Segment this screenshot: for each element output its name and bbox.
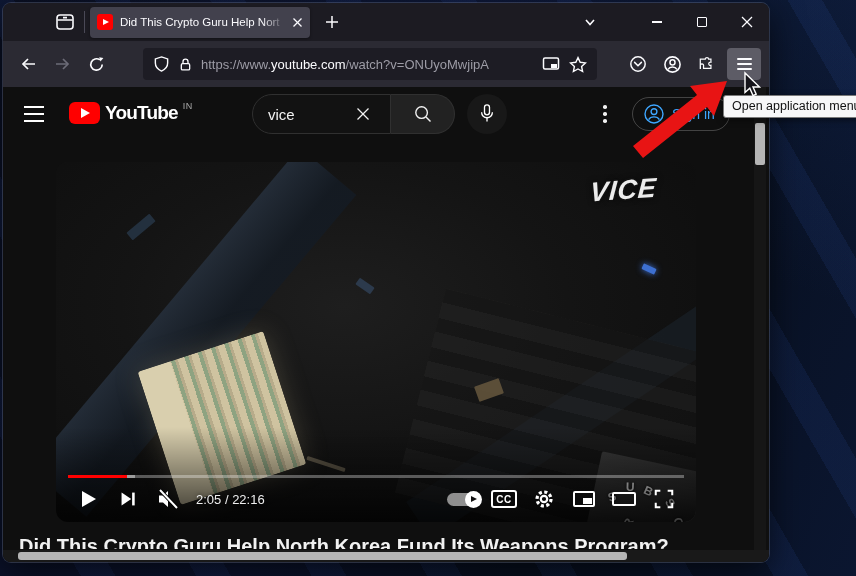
desktop: { "browser": { "tab": { "title": "Did Th… [0,0,856,576]
progress-bar[interactable] [68,475,684,479]
firefox-view-button[interactable] [49,7,81,37]
voice-search-button[interactable] [467,94,507,134]
sign-in-button[interactable]: Sign in [632,97,730,131]
video-frame-light [126,214,155,241]
video-player[interactable]: VICE S U B S C R I B E [56,162,696,522]
clear-x-icon [355,106,371,122]
autoplay-toggle[interactable] [444,480,484,518]
youtube-play-icon [69,102,100,124]
close-icon [741,16,753,28]
vice-watermark: VICE [589,173,658,209]
reload-icon [88,56,105,73]
video-frame: VICE S U B S C R I B E [56,162,696,522]
titlebar: Did This Crypto Guru Help Nort [3,3,769,41]
search-field[interactable] [252,94,391,134]
youtube-wordmark: YouTube [105,102,178,124]
chevron-down-icon [583,15,597,29]
minimize-icon [652,21,662,22]
player-controls: 2:05 / 22:16 CC [68,480,684,518]
extensions-button[interactable] [689,48,723,80]
tab-close-button[interactable] [292,17,303,28]
youtube-settings-menu-button[interactable] [593,100,617,128]
minimize-button[interactable] [634,3,679,41]
next-icon [117,488,139,510]
maximize-button[interactable] [679,3,724,41]
url-bar[interactable]: https://www.youtube.com/watch?v=ONUyoMwj… [143,48,597,80]
tracking-protection-shield-icon [153,55,170,73]
forward-button[interactable] [45,48,79,80]
firefox-view-icon [55,13,75,31]
youtube-logo[interactable]: YouTube IN [69,102,193,124]
back-button[interactable] [11,48,45,80]
kebab-menu-icon [603,105,607,109]
lock-icon [178,56,193,73]
volume-muted-icon [155,487,181,511]
horizontal-scrollbar[interactable] [3,550,769,562]
pocket-button[interactable] [621,48,655,80]
mute-button[interactable] [148,480,188,518]
play-button[interactable] [68,480,108,518]
bookmark-star-icon[interactable] [569,56,587,73]
subtitles-button[interactable]: CC [484,480,524,518]
picture-in-picture-icon[interactable] [542,56,561,72]
cc-icon: CC [491,490,517,508]
progress-buffer [127,475,135,479]
search-icon [413,104,433,124]
horizontal-scrollbar-thumb[interactable] [18,552,627,560]
plus-icon [325,15,339,29]
tab-title: Did This Crypto Guru Help Nort [120,16,285,28]
account-button[interactable] [655,48,689,80]
fullscreen-button[interactable] [644,480,684,518]
search-input[interactable] [268,106,346,123]
hamburger-icon [24,106,44,108]
theater-icon [612,492,636,506]
gear-icon [533,488,555,510]
back-arrow-icon [20,56,37,72]
miniplayer-button[interactable] [564,480,604,518]
sign-in-label: Sign in [672,106,715,122]
browser-tab[interactable]: Did This Crypto Guru Help Nort [90,7,310,38]
video-frame-light [641,263,656,274]
youtube-guide-button[interactable] [24,101,50,127]
list-all-tabs-button[interactable] [574,7,606,37]
fullscreen-icon [653,488,675,510]
microphone-icon [477,103,497,125]
close-button[interactable] [724,3,769,41]
miniplayer-icon [573,491,595,507]
vertical-scrollbar[interactable] [754,87,766,550]
next-button[interactable] [108,480,148,518]
new-tab-button[interactable] [316,7,348,37]
youtube-favicon-icon [97,14,113,30]
tooltip: Open application menu [723,95,856,118]
sign-in-person-icon [643,103,665,125]
hamburger-icon [737,58,752,60]
search-button[interactable] [391,94,455,134]
youtube-page: YouTube IN [3,87,769,562]
settings-button[interactable] [524,480,564,518]
maximize-icon [697,17,707,27]
url-domain: youtube.com [271,57,345,72]
player-right-controls: CC [444,480,684,518]
reload-button[interactable] [79,48,113,80]
search-clear-button[interactable] [346,97,380,131]
tab-separator [84,11,85,33]
youtube-header: YouTube IN [3,87,769,141]
play-icon [75,486,101,512]
application-menu-button[interactable] [727,48,761,80]
vertical-scrollbar-thumb[interactable] [755,123,765,165]
pocket-icon [629,55,647,73]
progress-remaining [135,475,684,479]
forward-arrow-icon [54,56,71,72]
progress-played [68,475,127,479]
time-display: 2:05 / 22:16 [196,492,265,507]
autoplay-icon [447,493,481,506]
url-path: /watch?v=ONUyoMwjipA [346,57,489,72]
browser-window: Did This Crypto Guru Help Nort [3,3,769,562]
nav-toolbar: https://www.youtube.com/watch?v=ONUyoMwj… [3,41,769,87]
puzzle-piece-icon [697,55,715,73]
url-prefix: https://www. [201,57,271,72]
youtube-country-code: IN [183,101,193,111]
url-text: https://www.youtube.com/watch?v=ONUyoMwj… [201,57,534,72]
theater-mode-button[interactable] [604,480,644,518]
search-area [252,94,455,134]
